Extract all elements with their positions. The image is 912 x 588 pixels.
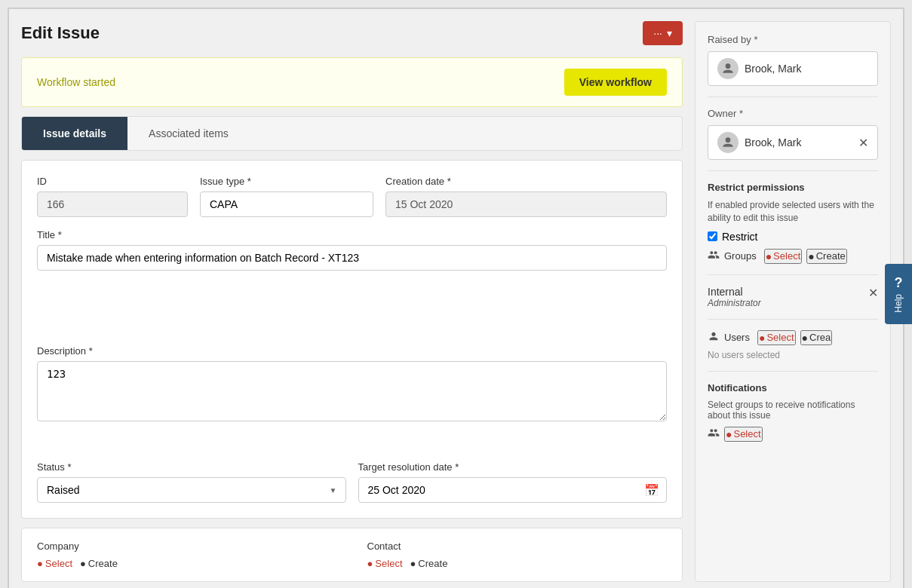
id-field [37, 191, 188, 217]
users-select-plus-icon: ● [759, 332, 765, 344]
users-create-button[interactable]: ● Crea [800, 330, 833, 345]
page-header: Edit Issue ··· ▾ [21, 21, 683, 48]
internal-section: Internal Administrator ✕ [708, 286, 878, 320]
help-button[interactable]: ? Help [885, 264, 912, 324]
contact-action-row: ● Select ● Create [367, 558, 668, 569]
raised-by-box: Brook, Mark [708, 51, 878, 86]
status-select-wrapper: Raised [37, 477, 346, 503]
raised-by-label: Raised by * [708, 34, 878, 45]
no-users-text: No users selected [708, 350, 878, 360]
target-date-label: Target resolution date * [358, 461, 668, 473]
groups-icon [708, 249, 720, 264]
notifications-select-plus-icon: ● [726, 428, 732, 440]
restrict-title: Restrict permissions [708, 182, 878, 193]
page-title: Edit Issue [21, 23, 100, 43]
company-label: Company [37, 541, 337, 552]
status-group: Status * Raised [37, 461, 346, 503]
internal-row: Internal Administrator ✕ [708, 286, 878, 308]
tab-issue-details[interactable]: Issue details [22, 117, 127, 150]
help-icon: ? [895, 275, 903, 291]
title-field[interactable] [37, 245, 667, 271]
issue-type-label: Issue type * [200, 176, 373, 187]
users-label: Users [724, 332, 750, 343]
notifications-desc: Select groups to receive notifications a… [708, 400, 878, 421]
company-select-plus-icon: ● [37, 558, 43, 569]
users-select-button[interactable]: ● Select [757, 330, 796, 345]
title-group: Title * [37, 229, 667, 333]
bottom-row-inner: Company ● Select ● Create [37, 541, 667, 569]
calendar-icon: 📅 [644, 483, 659, 498]
users-row: Users ● Select ● Crea [708, 330, 878, 345]
help-label: Help [893, 294, 904, 313]
restrict-section: Restrict permissions If enabled provide … [708, 182, 878, 275]
users-create-plus-icon: ● [802, 332, 808, 344]
svg-point-0 [726, 63, 731, 69]
bottom-row: Company ● Select ● Create [21, 528, 683, 582]
groups-label: Groups [724, 250, 757, 262]
owner-avatar [717, 132, 739, 153]
restrict-checkbox[interactable] [708, 231, 717, 241]
target-date-field[interactable] [358, 477, 668, 503]
workflow-status-text: Workflow started [37, 76, 115, 88]
dropdown-icon: ▾ [667, 27, 672, 39]
company-create-plus-icon: ● [80, 558, 86, 569]
issue-type-field[interactable] [200, 191, 373, 217]
notifications-title: Notifications [708, 382, 878, 394]
raised-by-name: Brook, Mark [745, 63, 868, 75]
form-container: ID Issue type * Creation date * Title * [21, 160, 683, 519]
form-row-4: Status * Raised Target resolution date *… [37, 461, 667, 503]
contact-group: Contact ● Select ● Create [367, 541, 668, 569]
internal-name: Internal [708, 286, 761, 298]
creation-date-label: Creation date * [385, 176, 667, 187]
tabs-container: Issue details Associated items [21, 116, 683, 151]
creation-date-group: Creation date * [385, 176, 667, 217]
notifications-section: Notifications Select groups to receive n… [708, 382, 878, 442]
right-panel: Raised by * Brook, Mark Owner * Brook, M… [695, 21, 891, 582]
groups-create-button[interactable]: ● Create [806, 249, 847, 264]
owner-clear-button[interactable]: ✕ [858, 136, 868, 150]
status-label: Status * [37, 461, 346, 473]
more-options-button[interactable]: ··· ▾ [643, 21, 683, 45]
description-field[interactable]: 123 [37, 361, 667, 421]
target-date-wrapper: 📅 [358, 477, 668, 503]
target-date-group: Target resolution date * 📅 [358, 461, 668, 503]
owner-box: Brook, Mark ✕ [708, 125, 878, 160]
users-section: Users ● Select ● Crea No users selected [708, 330, 878, 372]
owner-label: Owner * [708, 108, 878, 119]
company-action-row: ● Select ● Create [37, 558, 337, 569]
internal-role: Administrator [708, 298, 761, 308]
restrict-checkbox-row: Restrict [708, 231, 878, 243]
id-label: ID [37, 176, 188, 187]
groups-select-button[interactable]: ● Select [764, 249, 803, 264]
raised-by-section: Raised by * Brook, Mark [708, 34, 878, 97]
notifications-select-button[interactable]: ● Select [724, 427, 763, 442]
description-group: Description * 123 [37, 345, 667, 449]
company-create-button[interactable]: ● Create [80, 558, 118, 569]
owner-name: Brook, Mark [745, 136, 852, 149]
internal-info: Internal Administrator [708, 286, 761, 308]
tab-associated-items[interactable]: Associated items [127, 117, 250, 150]
notifications-icon [708, 427, 720, 441]
owner-section: Owner * Brook, Mark ✕ [708, 108, 878, 171]
svg-point-1 [726, 137, 731, 142]
company-select-button[interactable]: ● Select [37, 558, 72, 569]
workflow-banner: Workflow started View workflow [21, 57, 683, 107]
title-label: Title * [37, 229, 667, 240]
groups-row: Groups ● Select ● Create [708, 249, 878, 264]
more-icon: ··· [653, 27, 662, 39]
users-icon [708, 330, 720, 345]
contact-create-button[interactable]: ● Create [410, 558, 448, 569]
status-select[interactable]: Raised [37, 477, 346, 503]
contact-create-plus-icon: ● [410, 558, 416, 569]
contact-select-button[interactable]: ● Select [367, 558, 403, 569]
groups-select-plus-icon: ● [766, 250, 772, 262]
id-group: ID [37, 176, 188, 217]
form-row-1: ID Issue type * Creation date * [37, 176, 667, 217]
restrict-checkbox-label: Restrict [722, 231, 757, 243]
groups-create-plus-icon: ● [808, 250, 814, 262]
contact-label: Contact [367, 541, 668, 552]
internal-clear-button[interactable]: ✕ [868, 286, 878, 300]
view-workflow-button[interactable]: View workflow [564, 69, 667, 96]
issue-type-group: Issue type * [200, 176, 373, 217]
creation-date-field [385, 191, 667, 217]
